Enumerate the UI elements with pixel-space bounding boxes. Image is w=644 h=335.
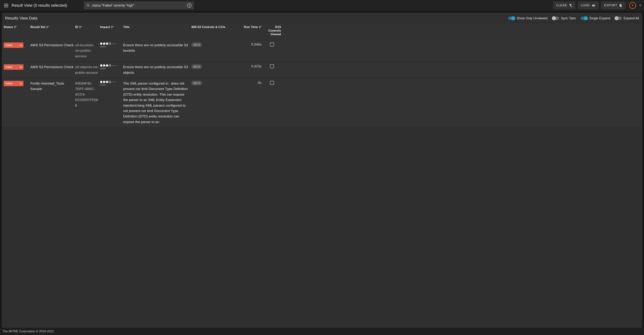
upload-cloud-icon xyxy=(592,4,596,7)
sort-icon xyxy=(259,26,262,28)
footer: The MITRE Corporation © 2018-2022 xyxy=(0,328,644,335)
chevron-down-icon xyxy=(20,44,22,46)
impact-cell: HIGH xyxy=(100,81,122,86)
status-chip[interactable]: Failed xyxy=(4,64,24,70)
id-cell: s3-objects-no-public-access xyxy=(75,64,98,75)
svg-line-1 xyxy=(88,6,90,7)
sort-icon xyxy=(111,26,114,28)
footer-text: The MITRE Corporation © 2018-2022 xyxy=(2,329,54,333)
control-tag[interactable]: AC-6 xyxy=(192,64,202,69)
toggle-label: Sync Tabs xyxy=(561,17,576,20)
results-panel: Results View Data Show Only Unviewed Syn… xyxy=(2,13,642,328)
toggle-label: Single Expand xyxy=(589,17,610,20)
sort-icon xyxy=(14,26,16,28)
file-export-icon xyxy=(619,4,622,7)
viewed-checkbox[interactable] xyxy=(270,81,274,85)
search-input[interactable] xyxy=(92,4,185,8)
title-cell: Ensure there are no publicly accessible … xyxy=(123,43,190,54)
id-cell: 94E84F42-7DFF-48DC-ACC6-DC25297FFE68 xyxy=(75,81,98,108)
switch-show-unviewed[interactable] xyxy=(508,17,515,20)
impact-cell: HIGH xyxy=(100,64,122,70)
impact-cell: HIGH xyxy=(100,43,122,48)
result-set-cell: AWS S3 Permissions Check xyxy=(30,64,74,70)
switch-expand-all[interactable] xyxy=(615,17,622,20)
title-cell: The XML parser configured in : does not … xyxy=(123,81,190,125)
logo-icon: ♆ xyxy=(631,4,634,8)
control-tag[interactable]: SC-5 xyxy=(192,81,202,85)
viewed-cell xyxy=(263,81,281,85)
switch-sync-tabs[interactable] xyxy=(552,17,559,20)
load-label: LOAD xyxy=(581,4,590,7)
title-cell: Ensure there are no publicly accessible … xyxy=(123,64,190,75)
load-button[interactable]: LOAD xyxy=(578,2,599,10)
id-cell: s3-buckets-no-public-access xyxy=(75,43,98,59)
user-menu-caret-icon[interactable] xyxy=(639,5,641,6)
chevron-down-icon xyxy=(20,65,22,68)
export-label: EXPORT xyxy=(604,4,617,7)
col-id[interactable]: ID xyxy=(75,25,98,29)
toggle-label: Expand All xyxy=(624,17,639,20)
help-icon[interactable]: ? xyxy=(187,3,192,8)
impact-label: HIGH xyxy=(100,84,122,86)
table-row[interactable]: FailedFortify Heimdall_Tools Sample94E84… xyxy=(2,79,642,127)
col-runtime[interactable]: Run Time xyxy=(238,25,262,29)
impact-dots-icon xyxy=(100,43,122,45)
impact-label: HIGH xyxy=(100,46,122,48)
svg-point-0 xyxy=(87,4,89,6)
controls-cell: AC-6 xyxy=(192,64,236,69)
impact-dots-icon xyxy=(100,81,122,83)
viewed-checkbox[interactable] xyxy=(270,43,274,47)
result-set-cell: AWS S3 Permissions Check xyxy=(30,43,74,48)
toggle-single-expand[interactable]: Single Expand xyxy=(580,17,610,20)
switch-single-expand[interactable] xyxy=(580,17,588,20)
status-chip[interactable]: Failed xyxy=(4,43,24,48)
results-table: Status Result Set ID Impact Title 800-53… xyxy=(2,24,642,328)
app-logo[interactable]: ♆ xyxy=(629,2,636,9)
table-header: Status Result Set ID Impact Title 800-53… xyxy=(2,24,642,39)
col-impact[interactable]: Impact xyxy=(100,25,122,29)
controls-cell: SC-5 xyxy=(192,81,236,85)
sort-icon xyxy=(79,26,82,28)
runtime-cell: 0.423s xyxy=(238,64,262,68)
runtime-cell: 0.345s xyxy=(238,43,262,47)
chevron-down-icon xyxy=(20,82,22,84)
status-label: Failed xyxy=(6,82,12,85)
impact-label: HIGH xyxy=(100,67,122,70)
result-set-cell: Fortify Heimdall_Tools Sample xyxy=(30,81,74,92)
runtime-cell: 0s xyxy=(238,81,262,85)
col-title: Title xyxy=(123,25,190,29)
viewed-cell xyxy=(263,64,281,68)
appbar: Result View (5 results selected) ? CLEAR… xyxy=(0,0,644,11)
filter-clear-icon xyxy=(569,4,572,7)
clear-button[interactable]: CLEAR xyxy=(553,2,576,10)
col-controls: 800-53 Controls & CCIs xyxy=(192,25,236,29)
search-icon xyxy=(86,4,90,7)
page-title: Result View (5 results selected) xyxy=(12,3,67,8)
status-chip[interactable]: Failed xyxy=(4,81,24,86)
status-label: Failed xyxy=(6,44,12,47)
toggle-label: Show Only Unviewed xyxy=(517,17,548,20)
table-row[interactable]: FailedAWS S3 Permissions Checks3-objects… xyxy=(2,62,642,78)
search-field[interactable]: ? xyxy=(84,2,194,10)
controls-cell: AC-6 xyxy=(192,43,236,47)
clear-label: CLEAR xyxy=(556,4,567,7)
menu-button[interactable] xyxy=(3,2,10,9)
sort-icon xyxy=(46,26,49,28)
control-tag[interactable]: AC-6 xyxy=(192,43,202,47)
toggle-sync-tabs[interactable]: Sync Tabs xyxy=(552,17,576,20)
export-button[interactable]: EXPORT xyxy=(601,2,626,10)
table-row[interactable]: FailedAWS S3 Permissions Checks3-buckets… xyxy=(2,40,642,61)
viewed-checkbox[interactable] xyxy=(270,64,274,68)
panel-title: Results View Data xyxy=(5,16,38,21)
viewed-cell xyxy=(263,43,281,47)
impact-dots-icon xyxy=(100,64,122,67)
panel-header: Results View Data Show Only Unviewed Syn… xyxy=(2,13,642,24)
toggle-show-unviewed[interactable]: Show Only Unviewed xyxy=(508,17,548,20)
status-label: Failed xyxy=(6,66,12,69)
col-result-set[interactable]: Result Set xyxy=(30,25,74,29)
col-status[interactable]: Status xyxy=(4,25,29,29)
toggle-expand-all[interactable]: Expand All xyxy=(615,17,639,20)
col-viewed: 0/15 Controls Viewed xyxy=(263,25,281,36)
